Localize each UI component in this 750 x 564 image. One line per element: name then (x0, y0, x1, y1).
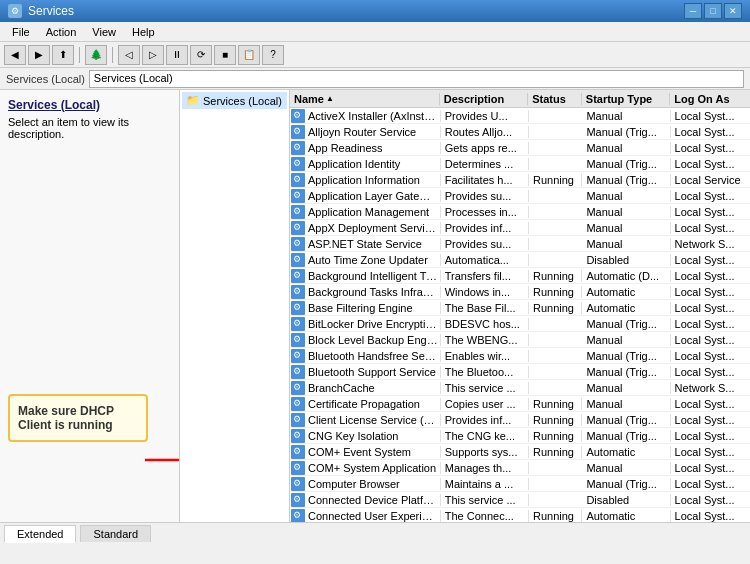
service-startup: Manual (Trig... (582, 478, 670, 490)
service-row[interactable]: COM+ System Application Manages th... Ma… (290, 460, 750, 476)
col-header-status[interactable]: Status (528, 93, 582, 105)
service-desc: Provides su... (441, 238, 529, 250)
service-name: Bluetooth Support Service (306, 366, 441, 378)
service-row[interactable]: Auto Time Zone Updater Automatica... Dis… (290, 252, 750, 268)
service-name: Bluetooth Handsfree Service (306, 350, 441, 362)
menu-help[interactable]: Help (124, 24, 163, 40)
service-desc: The CNG ke... (441, 430, 529, 442)
service-icon (290, 380, 306, 396)
service-desc: Routes Alljo... (441, 126, 529, 138)
service-row[interactable]: Application Identity Determines ... Manu… (290, 156, 750, 172)
service-icon (290, 460, 306, 476)
service-row[interactable]: Application Information Facilitates h...… (290, 172, 750, 188)
menu-view[interactable]: View (84, 24, 124, 40)
col-header-name[interactable]: Name ▲ (290, 93, 440, 105)
left-panel-description: Select an item to view its description. (8, 116, 171, 140)
tree-item-services-local[interactable]: 📁 Services (Local) (182, 92, 287, 109)
col-header-startup[interactable]: Startup Type (582, 93, 671, 105)
minimize-button[interactable]: ─ (684, 3, 702, 19)
service-logon: Local Syst... (671, 222, 750, 234)
gear-icon (291, 173, 305, 187)
service-row[interactable]: Block Level Backup Engine ... The WBENG.… (290, 332, 750, 348)
service-desc: BDESVC hos... (441, 318, 529, 330)
tab-extended[interactable]: Extended (4, 525, 76, 543)
tree-panel[interactable]: 📁 Services (Local) (180, 90, 290, 522)
tab-standard[interactable]: Standard (80, 525, 151, 542)
service-row[interactable]: Application Layer Gateway ... Provides s… (290, 188, 750, 204)
service-status: Running (529, 270, 582, 282)
gear-icon (291, 269, 305, 283)
service-logon: Local Syst... (671, 254, 750, 266)
service-row[interactable]: BranchCache This service ... Manual Netw… (290, 380, 750, 396)
service-logon: Local Syst... (671, 318, 750, 330)
help-button[interactable]: ? (262, 45, 284, 65)
service-row[interactable]: App Readiness Gets apps re... Manual Loc… (290, 140, 750, 156)
service-icon (290, 332, 306, 348)
gear-icon (291, 365, 305, 379)
address-label: Services (Local) (6, 73, 85, 85)
service-row[interactable]: Alljoyn Router Service Routes Alljo... M… (290, 124, 750, 140)
pause-button[interactable]: ⏸ (166, 45, 188, 65)
service-name: Computer Browser (306, 478, 441, 490)
service-row[interactable]: BitLocker Drive Encryption ... BDESVC ho… (290, 316, 750, 332)
service-status: Running (529, 302, 582, 314)
menu-action[interactable]: Action (38, 24, 85, 40)
service-desc: Provides inf... (441, 414, 529, 426)
service-startup: Automatic (582, 302, 670, 314)
service-row[interactable]: Client License Service (Clips... Provide… (290, 412, 750, 428)
service-icon (290, 492, 306, 508)
service-icon (290, 412, 306, 428)
stop-button[interactable]: ■ (214, 45, 236, 65)
service-logon: Local Syst... (671, 334, 750, 346)
fwd-btn2[interactable]: ▷ (142, 45, 164, 65)
props-button[interactable]: 📋 (238, 45, 260, 65)
left-panel-title[interactable]: Services (Local) (8, 98, 171, 112)
service-row[interactable]: Connected Device Platform... This servic… (290, 492, 750, 508)
service-row[interactable]: COM+ Event System Supports sys... Runnin… (290, 444, 750, 460)
menu-file[interactable]: File (4, 24, 38, 40)
maximize-button[interactable]: □ (704, 3, 722, 19)
services-list[interactable]: ActiveX Installer (AxInstSV) Provides U.… (290, 108, 750, 522)
service-row[interactable]: Bluetooth Handsfree Service Enables wir.… (290, 348, 750, 364)
back-button[interactable]: ◀ (4, 45, 26, 65)
service-desc: Windows in... (441, 286, 529, 298)
gear-icon (291, 509, 305, 523)
service-row[interactable]: Connected User Experience... The Connec.… (290, 508, 750, 522)
service-startup: Disabled (582, 494, 670, 506)
service-row[interactable]: Background Intelligent Tran... Transfers… (290, 268, 750, 284)
col-header-logon[interactable]: Log On As (670, 93, 750, 105)
service-row[interactable]: CNG Key Isolation The CNG ke... Running … (290, 428, 750, 444)
service-row[interactable]: Computer Browser Maintains a ... Manual … (290, 476, 750, 492)
service-startup: Manual (Trig... (582, 414, 670, 426)
back-btn2[interactable]: ◁ (118, 45, 140, 65)
toolbar-separator-1 (79, 47, 80, 63)
gear-icon (291, 285, 305, 299)
service-row[interactable]: AppX Deployment Service (... Provides in… (290, 220, 750, 236)
service-row[interactable]: Bluetooth Support Service The Bluetoo...… (290, 364, 750, 380)
service-row[interactable]: Base Filtering Engine The Base Fil... Ru… (290, 300, 750, 316)
forward-button[interactable]: ▶ (28, 45, 50, 65)
show-hide-tree[interactable]: 🌲 (85, 45, 107, 65)
service-icon (290, 300, 306, 316)
service-name: Connected User Experience... (306, 510, 441, 522)
service-logon: Local Syst... (671, 126, 750, 138)
app-icon: ⚙ (8, 4, 22, 18)
service-row[interactable]: Application Management Processes in... M… (290, 204, 750, 220)
close-button[interactable]: ✕ (724, 3, 742, 19)
service-icon (290, 396, 306, 412)
up-button[interactable]: ⬆ (52, 45, 74, 65)
service-startup: Manual (582, 398, 670, 410)
service-row[interactable]: ActiveX Installer (AxInstSV) Provides U.… (290, 108, 750, 124)
sort-arrow-icon: ▲ (326, 94, 334, 103)
service-row[interactable]: Certificate Propagation Copies user ... … (290, 396, 750, 412)
service-name: COM+ Event System (306, 446, 441, 458)
service-desc: Transfers fil... (441, 270, 529, 282)
service-name: AppX Deployment Service (... (306, 222, 441, 234)
service-name: Background Tasks Infrastru... (306, 286, 441, 298)
service-row[interactable]: Background Tasks Infrastru... Windows in… (290, 284, 750, 300)
services-panel: Name ▲ Description Status Startup Type L… (290, 90, 750, 522)
col-header-description[interactable]: Description (440, 93, 529, 105)
service-logon: Network S... (671, 238, 750, 250)
service-row[interactable]: ASP.NET State Service Provides su... Man… (290, 236, 750, 252)
restart-button[interactable]: ⟳ (190, 45, 212, 65)
